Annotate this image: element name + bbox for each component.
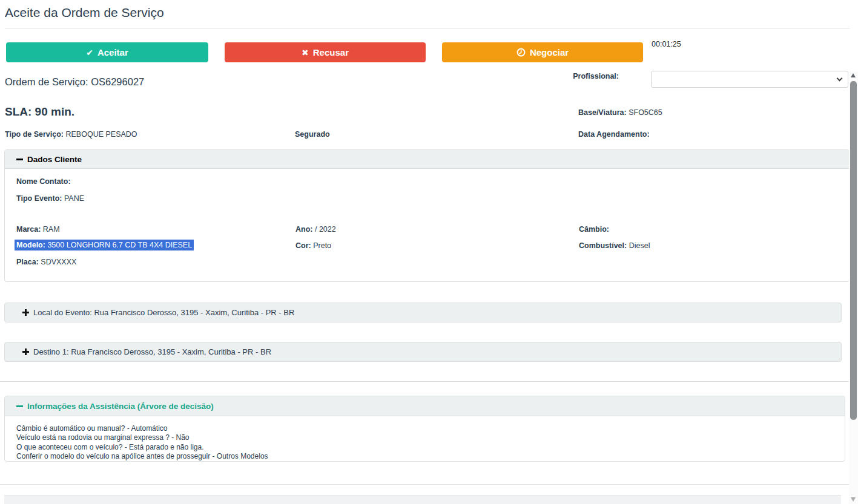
- gearbox-field: Câmbio:: [579, 225, 609, 234]
- model-field: Modelo: 3500 LONGHORN 6.7 CD TB 4X4 DIES…: [16, 241, 194, 249]
- insured-label: Segurado: [295, 130, 330, 139]
- section-divider: [0, 381, 850, 382]
- decision-line: Conferir o modelo do veículo na apólice …: [16, 452, 845, 461]
- sla-text: SLA: 90 min.: [5, 105, 74, 119]
- x-icon: ✖: [302, 48, 309, 57]
- vertical-scrollbar[interactable]: [849, 71, 858, 504]
- event-location-title: Local do Evento: Rua Francisco Derosso, …: [33, 308, 294, 317]
- decision-line: Câmbio é automático ou manual? - Automát…: [16, 424, 845, 433]
- assistance-decision-tree: Câmbio é automático ou manual? - Automát…: [5, 416, 845, 462]
- check-icon: ✔: [86, 48, 93, 57]
- expand-plus-icon: [22, 349, 29, 355]
- order-number-label: Ordem de Serviço:: [5, 76, 88, 87]
- brand-field: Marca: RAM: [16, 225, 60, 234]
- collapse-minus-icon: [16, 156, 23, 163]
- section-divider: [0, 484, 850, 485]
- accept-button-label: Aceitar: [97, 47, 128, 57]
- collapse-minus-icon: [16, 403, 23, 410]
- refuse-button-label: Recusar: [313, 47, 349, 57]
- countdown-timer: 00:01:25: [652, 40, 681, 48]
- client-data-panel: Dados Cliente Nome Contato: Tipo Evento:…: [4, 149, 850, 282]
- client-data-panel-title: Dados Cliente: [27, 155, 82, 164]
- page-title: Aceite da Ordem de Serviço: [5, 5, 164, 20]
- order-number-value: OS6296027: [91, 76, 144, 87]
- color-field: Cor: Preto: [295, 241, 331, 250]
- decision-line: O que aconteceu com o veículo? - Está pa…: [16, 443, 845, 452]
- assistance-info-panel-title: Informações da Assistência (Árvore de de…: [27, 402, 214, 411]
- professional-label: Profissional:: [533, 72, 619, 80]
- accept-button[interactable]: ✔ Aceitar: [6, 42, 208, 62]
- client-data-panel-header[interactable]: Dados Cliente: [5, 150, 849, 169]
- order-number-line: Ordem de Serviço: OS6296027: [5, 76, 144, 88]
- contact-name-field: Nome Contato:: [16, 177, 71, 186]
- expand-plus-icon: [22, 309, 29, 316]
- professional-select-wrap: [651, 71, 848, 88]
- scroll-up-arrow-icon[interactable]: [851, 73, 856, 77]
- service-order-accept-page: Aceite da Ordem de Serviço ✔ Aceitar ✖ R…: [0, 0, 858, 504]
- professional-select[interactable]: [651, 71, 848, 88]
- scrollbar-thumb[interactable]: [850, 81, 857, 420]
- plate-field: Placa: SDVXXXX: [16, 258, 76, 266]
- model-selected-text: Modelo: 3500 LONGHORN 6.7 CD TB 4X4 DIES…: [15, 240, 194, 250]
- fuel-field: Combustível: Diesel: [579, 241, 650, 250]
- negotiate-button[interactable]: Negociar: [442, 42, 643, 62]
- event-type-field: Tipo Evento: PANE: [16, 194, 84, 203]
- scroll-down-arrow-icon[interactable]: [851, 497, 856, 502]
- negotiate-button-label: Negociar: [530, 47, 569, 57]
- assistance-info-panel-header[interactable]: Informações da Assistência (Árvore de de…: [5, 396, 845, 416]
- service-type-field: Tipo de Serviço: REBOQUE PESADO: [5, 130, 137, 139]
- destination-title: Destino 1: Rua Francisco Derosso, 3195 -…: [33, 347, 271, 356]
- assistance-info-panel: Informações da Assistência (Árvore de de…: [4, 396, 845, 462]
- title-divider: [5, 28, 850, 28]
- refuse-button[interactable]: ✖ Recusar: [225, 42, 426, 62]
- event-location-panel-header[interactable]: Local do Evento: Rua Francisco Derosso, …: [4, 303, 842, 322]
- next-panel-edge: [4, 495, 841, 504]
- destination-panel-header[interactable]: Destino 1: Rua Francisco Derosso, 3195 -…: [4, 342, 842, 362]
- schedule-date-field: Data Agendamento:: [578, 130, 650, 139]
- year-field: Ano: / 2022: [295, 225, 336, 234]
- base-viatura-field: Base/Viatura: SFO5C65: [578, 108, 662, 117]
- clock-icon: [516, 48, 526, 57]
- decision-line: Veículo está na rodovia ou marginal expr…: [16, 433, 845, 442]
